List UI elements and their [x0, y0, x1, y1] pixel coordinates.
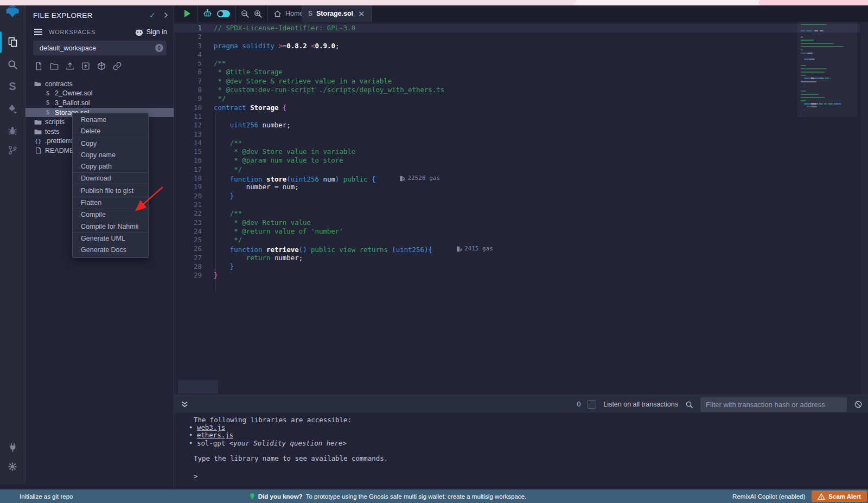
tree-item-label: scripts	[45, 118, 65, 126]
terminal-prompt[interactable]: >	[189, 473, 868, 480]
tip-title: Did you know?	[258, 493, 303, 500]
context-menu-item-publish-file-to-gist[interactable]: Publish file to gist	[73, 185, 148, 197]
context-menu-item-compile[interactable]: Compile	[73, 209, 148, 221]
plugin-icon-bar: S	[0, 0, 25, 484]
code-line-2: 2	[174, 33, 493, 41]
code-line-25: 25 */	[174, 236, 493, 244]
tree-item-2-owner-sol[interactable]: S2_Owner.sol	[25, 89, 174, 99]
sidebar-item-deploy-run[interactable]	[0, 101, 25, 117]
git-init-button[interactable]: Initialize as git repo	[20, 493, 73, 500]
scam-alert-button[interactable]: Scam Alert	[812, 491, 867, 502]
context-menu-item-copy[interactable]: Copy	[73, 138, 148, 150]
gear-icon	[7, 461, 18, 472]
terminal-link[interactable]: web3.js	[197, 423, 225, 431]
context-menu-item-compile-for-nahmii[interactable]: Compile for Nahmii	[73, 221, 148, 233]
lightbulb-icon	[250, 493, 255, 500]
tree-item-label: tests	[45, 128, 59, 136]
horizontal-scrollbar-thumb[interactable]	[178, 380, 218, 394]
terminal-search-icon[interactable]	[685, 401, 693, 409]
tab-storage-label: Storage.sol	[316, 10, 353, 17]
sidebar-item-file-explorer[interactable]	[0, 34, 25, 50]
context-menu-item-delete[interactable]: Delete	[73, 126, 148, 137]
run-script-button[interactable]	[184, 5, 190, 22]
terminal-expand-button[interactable]	[181, 395, 188, 414]
hamburger-menu-icon[interactable]	[34, 29, 42, 35]
clear-console-icon[interactable]	[854, 400, 863, 409]
listen-transactions-checkbox[interactable]	[588, 400, 596, 409]
sidebar-item-search[interactable]	[0, 56, 25, 73]
new-folder-icon[interactable]	[49, 61, 59, 71]
upload-folder-icon[interactable]	[81, 61, 91, 71]
close-tab-icon[interactable]: ✕	[358, 10, 365, 18]
search-icon	[7, 59, 18, 70]
workspace-name: default_workspace	[40, 44, 96, 52]
solidity-icon: S	[44, 109, 52, 116]
sidebar-item-settings[interactable]	[0, 459, 25, 475]
github-icon	[135, 28, 144, 36]
transaction-filter-input[interactable]	[700, 397, 847, 412]
deploy-run-icon	[7, 103, 18, 115]
zoom-in-icon	[253, 9, 263, 18]
terminal-line: The following libraries are accessible:	[189, 416, 868, 424]
folder-icon	[34, 119, 42, 125]
sidebar-item-solidity-compiler[interactable]: S	[0, 78, 25, 94]
file-actions-toolbar	[34, 61, 122, 71]
workspace-select-arrows-icon	[155, 44, 163, 52]
folder-icon	[34, 128, 42, 135]
context-menu-item-rename[interactable]: Rename	[73, 114, 148, 126]
ipfs-cube-icon[interactable]	[97, 61, 106, 71]
code-line-1: 1// SPDX-License-Identifier: GPL-3.0	[174, 24, 493, 33]
zoom-out-icon	[240, 9, 250, 18]
remix-ide-window: S	[0, 0, 868, 503]
code-editor[interactable]: 1// SPDX-License-Identifier: GPL-3.023pr…	[174, 22, 868, 395]
code-line-26: 26 function retrieve() public view retur…	[174, 244, 493, 253]
context-menu-item-flatten[interactable]: Flatten	[73, 197, 148, 209]
toggle-on-icon	[217, 10, 230, 17]
copilot-status[interactable]: RemixAI Copilot (enabled)	[732, 493, 805, 500]
tree-item-label: contracts	[45, 80, 73, 88]
copilot-toggle[interactable]	[217, 5, 230, 22]
context-menu-item-copy-path[interactable]: Copy path	[73, 161, 148, 172]
tree-item-3-ballot-sol[interactable]: S3_Ballot.sol	[25, 98, 174, 108]
solidity-file-icon: S	[308, 10, 312, 17]
context-menu-item-generate-uml[interactable]: Generate UML	[73, 233, 148, 244]
code-line-21: 21	[174, 201, 493, 209]
tree-item-contracts[interactable]: contracts	[25, 79, 174, 89]
home-icon	[273, 10, 282, 18]
workspace-select[interactable]: default_workspace	[33, 41, 167, 55]
code-line-10: 10contract Storage {	[174, 104, 493, 112]
check-icon[interactable]: ✓	[149, 11, 156, 20]
tip-text: To prototype using the Gnosis safe multi…	[306, 493, 527, 500]
zoom-in-button[interactable]	[253, 5, 263, 22]
code-line-6: 6 * @title Storage	[174, 68, 493, 76]
sign-in-button[interactable]: Sign in	[135, 28, 167, 36]
sign-in-label: Sign in	[146, 28, 167, 36]
terminal-line	[189, 447, 868, 455]
upload-file-icon[interactable]	[65, 61, 75, 71]
context-menu-item-copy-name[interactable]: Copy name	[73, 150, 148, 161]
vertical-scrollbar-track[interactable]	[861, 22, 868, 395]
terminal-link[interactable]: ethers.js	[197, 431, 233, 439]
ai-copilot-button[interactable]	[202, 5, 213, 22]
context-menu-item-generate-docs[interactable]: Generate Docs	[73, 244, 148, 256]
context-menu-item-download[interactable]: Download	[73, 173, 148, 184]
chevron-right-icon[interactable]	[163, 12, 168, 18]
sidebar-item-git[interactable]	[0, 142, 25, 158]
gas-pump-icon	[399, 176, 405, 182]
terminal-output[interactable]: The following libraries are accessible:•…	[174, 413, 868, 489]
remix-logo[interactable]	[0, 3, 25, 20]
code-line-8: 8 * @custom:dev-run-script ./scripts/dep…	[174, 86, 493, 94]
code-line-15: 15 * @dev Store value in variable	[174, 147, 493, 156]
file-context-menu: RenameDeleteCopyCopy nameCopy pathDownlo…	[72, 113, 149, 258]
link-import-icon[interactable]	[112, 61, 122, 71]
new-file-icon[interactable]	[34, 61, 43, 71]
browser-strip-shape	[0, 0, 576, 5]
code-line-27: 27 return number;	[174, 254, 493, 262]
tab-storage-sol[interactable]: S Storage.sol ✕	[302, 5, 372, 22]
gas-estimate: 22520 gas	[399, 174, 440, 183]
double-chevron-down-icon	[181, 401, 188, 408]
sidebar-item-debugger[interactable]	[0, 122, 25, 139]
sidebar-item-plugin-manager[interactable]	[0, 439, 25, 455]
code-line-14: 14 /**	[174, 139, 493, 147]
zoom-out-button[interactable]	[240, 5, 250, 22]
